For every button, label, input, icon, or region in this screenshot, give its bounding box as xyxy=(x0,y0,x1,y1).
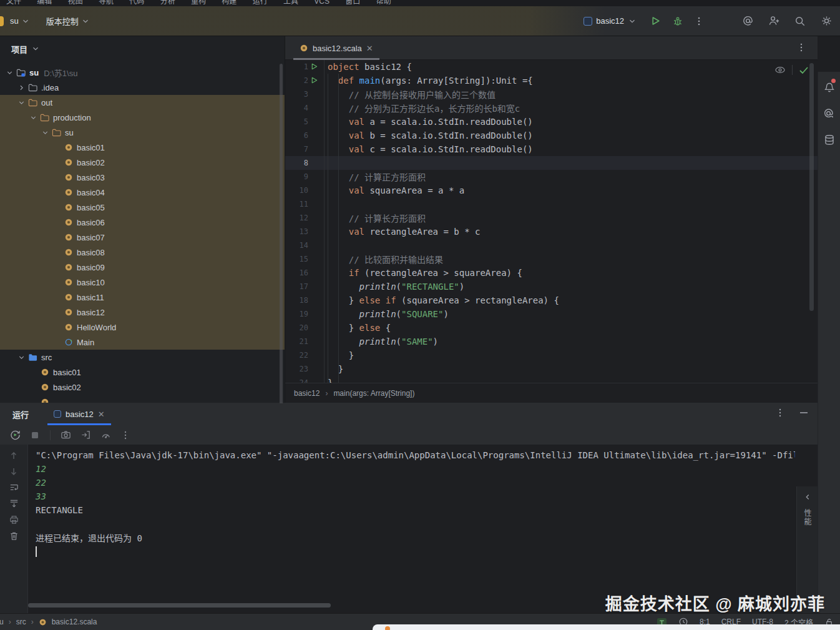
kebab-icon[interactable] xyxy=(775,408,785,418)
tree-item-basic08[interactable]: basic08 xyxy=(0,245,285,260)
chevron-down-icon[interactable] xyxy=(39,127,51,137)
print-icon[interactable] xyxy=(9,514,19,525)
code-line-9[interactable]: 9 // 计算正方形面积 xyxy=(285,170,818,184)
code-line-11[interactable]: 11 xyxy=(285,197,818,211)
tree-item-basic03[interactable]: basic03 xyxy=(0,170,285,185)
code-line-6[interactable]: 6 val b = scala.io.StdIn.readDouble() xyxy=(285,129,818,142)
vcs-widget[interactable]: 版本控制 xyxy=(46,15,90,27)
more-console-options-button[interactable] xyxy=(119,429,132,441)
project-widget[interactable]: su xyxy=(10,16,30,26)
code-line-13[interactable]: 13 val rectangleArea = b * c xyxy=(285,225,818,239)
code-line-16[interactable]: 16 if (rectangleArea > squareArea) { xyxy=(285,266,818,280)
check-icon[interactable] xyxy=(799,66,809,74)
chevron-down-icon[interactable] xyxy=(4,67,15,77)
minimize-icon[interactable] xyxy=(799,408,809,418)
tab-options-button[interactable] xyxy=(796,42,806,52)
chevron-down-icon[interactable] xyxy=(16,97,27,107)
chevron-down-icon[interactable] xyxy=(27,112,39,122)
tree-item-production[interactable]: production xyxy=(0,110,285,125)
more-run-actions-button[interactable] xyxy=(693,15,705,27)
tree-item-basic09[interactable]: basic09 xyxy=(0,260,285,275)
chevron-down-icon[interactable] xyxy=(16,352,27,362)
code-line-17[interactable]: 17 println("RECTANGLE") xyxy=(285,280,818,293)
editor-scrollbar[interactable] xyxy=(809,63,814,311)
clear-trash-icon[interactable] xyxy=(9,531,19,541)
tree-item-basic06[interactable]: basic06 xyxy=(0,215,285,230)
code-line-12[interactable]: 12 // 计算长方形面积 xyxy=(285,211,818,225)
status-breadcrumb-root[interactable]: su xyxy=(0,618,4,626)
console-import-button[interactable] xyxy=(79,429,92,441)
tree-item-basic02[interactable]: basic02 xyxy=(0,380,285,395)
scroll-to-end-icon[interactable] xyxy=(9,498,19,509)
code-line-14[interactable]: 14 xyxy=(285,239,818,252)
search-everywhere-button[interactable] xyxy=(794,15,806,27)
code-line-10[interactable]: 10 val squareArea = a * a xyxy=(285,184,818,197)
run-button[interactable] xyxy=(649,15,662,27)
tree-item-partial[interactable] xyxy=(0,395,285,403)
scroll-up-icon[interactable] xyxy=(9,451,19,461)
run-tab-basic12[interactable]: basic12 ✕ xyxy=(47,403,111,425)
chevron-right-icon[interactable] xyxy=(16,82,27,92)
editor-tab-basic12[interactable]: basic12.scala ✕ xyxy=(293,36,379,60)
tree-item-.idea[interactable]: .idea xyxy=(0,80,285,95)
code-line-15[interactable]: 15 // 比较面积并输出结果 xyxy=(285,252,818,266)
tree-item-basic07[interactable]: basic07 xyxy=(0,230,285,245)
code-line-19[interactable]: 19 println("SQUARE") xyxy=(285,307,818,321)
scroll-down-icon[interactable] xyxy=(9,466,19,476)
database-tool-button[interactable] xyxy=(818,129,840,150)
tree-item-basic01[interactable]: basic01 xyxy=(0,140,285,155)
breadcrumb-method[interactable]: main(args: Array[String]) xyxy=(333,389,414,398)
code-line-2[interactable]: 2 def main(args: Array[String]):Unit ={ xyxy=(285,74,818,87)
run-configuration-selector[interactable]: basic12 xyxy=(584,16,637,26)
tree-scrollbar[interactable] xyxy=(280,64,283,403)
chevron-left-icon[interactable] xyxy=(803,493,812,501)
tree-item-out[interactable]: out xyxy=(0,95,285,110)
soft-wrap-icon[interactable] xyxy=(9,482,19,493)
notifications-button[interactable] xyxy=(818,77,840,98)
project-avatar-icon[interactable] xyxy=(0,16,4,26)
tree-item-su[interactable]: su xyxy=(0,125,285,140)
close-icon[interactable]: ✕ xyxy=(98,410,105,419)
status-breadcrumb-file[interactable]: basic12.scala xyxy=(52,618,97,626)
code-line-21[interactable]: 21 println("SAME") xyxy=(285,335,818,348)
tree-item-basic04[interactable]: basic04 xyxy=(0,185,285,200)
tree-item-src[interactable]: src xyxy=(0,350,285,365)
ai-assistant-tool-button[interactable] xyxy=(818,103,840,124)
code-line-7[interactable]: 7 val c = scala.io.StdIn.readDouble() xyxy=(285,142,818,156)
code-line-1[interactable]: 1object basic12 { xyxy=(285,60,818,74)
code-with-me-button[interactable] xyxy=(768,15,780,27)
code-line-4[interactable]: 4 // 分别为正方形边长a，长方形的长b和宽c xyxy=(285,101,818,115)
status-breadcrumb[interactable]: su › src › basic12.scala xyxy=(0,618,97,626)
settings-button[interactable] xyxy=(820,15,833,27)
close-icon[interactable]: ✕ xyxy=(366,44,373,53)
code-line-23[interactable]: 23 } xyxy=(285,362,818,376)
profiler-button[interactable] xyxy=(99,429,112,441)
inspections-widget[interactable] xyxy=(774,65,809,75)
code-line-8[interactable]: 8 xyxy=(285,156,818,170)
tree-item-basic11[interactable]: basic11 xyxy=(0,290,285,305)
tree-item-su[interactable]: suD:\苏1\su xyxy=(0,65,285,80)
code-editor[interactable]: 1object basic12 {2 def main(args: Array[… xyxy=(285,60,818,383)
tree-item-basic01[interactable]: basic01 xyxy=(0,365,285,380)
status-breadcrumb-src[interactable]: src xyxy=(16,618,26,626)
run-gutter-icon[interactable] xyxy=(310,62,320,72)
project-panel-header[interactable]: 项目 xyxy=(0,36,285,61)
profiler-tab-label[interactable]: 性能 xyxy=(802,509,813,526)
ai-assistant-button[interactable] xyxy=(741,15,754,27)
code-line-22[interactable]: 22 } xyxy=(285,348,818,362)
code-line-20[interactable]: 20 } else { xyxy=(285,321,818,335)
tree-item-basic10[interactable]: basic10 xyxy=(0,275,285,290)
console-horizontal-scrollbar[interactable] xyxy=(28,603,331,608)
thread-dump-button[interactable] xyxy=(59,429,72,441)
run-gutter-icon[interactable] xyxy=(310,76,320,86)
code-line-5[interactable]: 5 val a = scala.io.StdIn.readDouble() xyxy=(285,115,818,129)
breadcrumb-object[interactable]: basic12 xyxy=(294,389,320,398)
menu-bar[interactable]: 文件 编辑 视图 导航 代码 分析 重构 构建 运行 工具 VCS 窗口 帮助 xyxy=(0,0,840,6)
console-output[interactable]: "C:\Program Files\Java\jdk-17\bin\java.e… xyxy=(28,445,795,613)
tree-item-Main[interactable]: Main xyxy=(0,335,285,350)
stop-button[interactable] xyxy=(29,429,41,441)
code-line-18[interactable]: 18 } else if (squareArea > rectangleArea… xyxy=(285,293,818,307)
debug-button[interactable] xyxy=(672,15,684,27)
tree-item-basic05[interactable]: basic05 xyxy=(0,200,285,215)
tree-item-HelloWorld[interactable]: HelloWorld xyxy=(0,320,285,335)
